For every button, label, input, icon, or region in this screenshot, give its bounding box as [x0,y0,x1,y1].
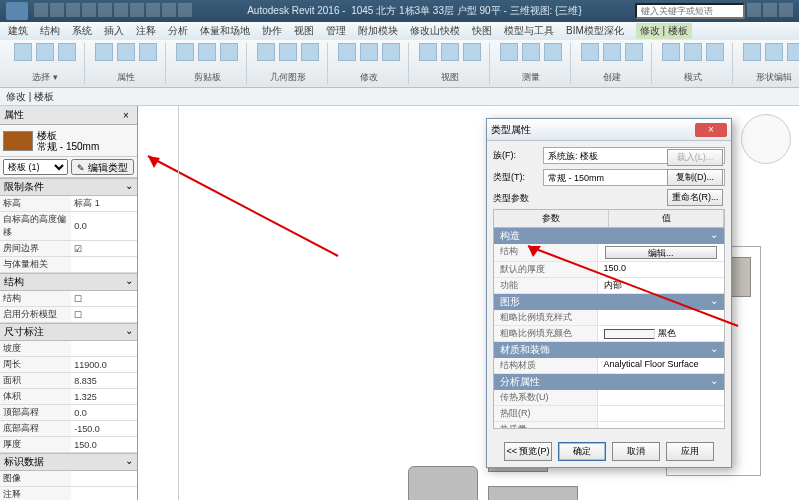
property-category[interactable]: 结构⌄ [0,273,137,291]
ribbon-tab[interactable]: 分析 [168,24,188,38]
ribbon-tab[interactable]: 系统 [72,24,92,38]
property-row[interactable]: 房间边界☑ [0,241,137,257]
ribbon-group[interactable]: 属性 [87,43,166,84]
instance-combo[interactable]: 楼板 (1) [3,159,68,175]
property-category[interactable]: 标识数据⌄ [0,453,137,471]
family-label: 族(F): [493,149,537,162]
ribbon-tab[interactable]: 模型与工具 [504,24,554,38]
type-select[interactable]: 常规 - 150mm [543,169,725,186]
property-category[interactable]: 尺寸标注⌄ [0,323,137,341]
cancel-button[interactable]: 取消 [612,442,660,461]
property-row[interactable]: 与体量相关 [0,257,137,273]
param-row[interactable]: 传热系数(U) [494,390,724,406]
properties-header: 属性 × [0,106,137,125]
ribbon-tab[interactable]: 修改 | 楼板 [636,23,692,39]
svg-marker-3 [528,246,541,257]
ribbon-group[interactable]: 创建 [573,43,652,84]
svg-line-2 [528,246,738,326]
annotation-arrow [508,206,768,346]
ribbon-group[interactable]: 模式 [654,43,733,84]
ribbon-group[interactable]: 剪贴板 [168,43,247,84]
property-row[interactable]: 底部高程-150.0 [0,421,137,437]
dialog-close-button[interactable]: × [695,123,727,137]
property-category[interactable]: 限制条件⌄ [0,178,137,196]
ribbon-tab[interactable]: 视图 [294,24,314,38]
property-row[interactable]: 标高标高 1 [0,196,137,212]
param-row[interactable]: 热质量 [494,422,724,429]
ok-button[interactable]: 确定 [558,442,606,461]
ribbon-group[interactable]: 选择 ▾ [6,43,85,84]
param-category[interactable]: 分析属性⌄ [494,374,724,390]
floorplan-kitchen [666,246,761,476]
ribbon-tab[interactable]: 插入 [104,24,124,38]
param-row[interactable]: 结构材质Analytical Floor Surface [494,358,724,374]
annotation-arrow [138,106,418,296]
type-label: 类型(T): [493,171,537,184]
ribbon-tab[interactable]: 建筑 [8,24,28,38]
ribbon-group[interactable]: 视图 [411,43,490,84]
edit-structure-button[interactable]: 编辑... [605,246,718,259]
param-category[interactable]: 构造⌄ [494,228,724,244]
property-row[interactable]: 周长11900.0 [0,357,137,373]
load-button: 载入(L)... [667,149,723,166]
ribbon-group[interactable]: 形状编辑 [735,43,799,84]
ribbon-tab[interactable]: BIM模型深化 [566,24,624,38]
ribbon-tabs[interactable]: 建筑结构系统插入注释分析体量和场地协作视图管理附加模块修改山快模快图模型与工具B… [0,22,799,40]
type-params-grid[interactable]: 参数值 构造⌄结构编辑...默认的厚度150.0功能内部图形⌄粗略比例填充样式粗… [493,209,725,429]
property-row[interactable]: 体积1.325 [0,389,137,405]
property-row[interactable]: 面积8.835 [0,373,137,389]
param-row[interactable]: 粗略比例填充样式 [494,310,724,326]
type-properties-dialog[interactable]: 类型属性 × 族(F): 系统族: 楼板 类型(T): 常规 - 150mm 载… [486,118,732,468]
property-row[interactable]: 厚度150.0 [0,437,137,453]
property-row[interactable]: 启用分析模型☐ [0,307,137,323]
param-category[interactable]: 材质和装饰⌄ [494,342,724,358]
window-title: Autodesk Revit 2016 - 1045 北方 1栋3单 33层 户… [194,4,635,18]
param-row[interactable]: 热阻(R) [494,406,724,422]
property-row[interactable]: 图像 [0,471,137,487]
properties-palette[interactable]: 属性 × 楼板常规 - 150mm 楼板 (1) ✎ 编辑类型 限制条件⌄标高标… [0,106,138,500]
property-row[interactable]: 结构☐ [0,291,137,307]
family-select[interactable]: 系统族: 楼板 [543,147,725,164]
apply-button[interactable]: 应用 [666,442,714,461]
preview-button[interactable]: << 预览(P) [504,442,552,461]
property-row[interactable]: 顶部高程0.0 [0,405,137,421]
navigation-wheel[interactable] [741,114,791,164]
rename-button[interactable]: 重命名(R)... [667,189,723,206]
type-selector[interactable]: 楼板常规 - 150mm [0,125,137,157]
context-subbar: 修改 | 楼板 [0,88,799,106]
ribbon-panel[interactable]: 选择 ▾属性剪贴板几何图形修改视图测量创建模式形状编辑 [0,40,799,88]
type-params-label: 类型参数 [493,192,725,205]
ribbon-tab[interactable]: 附加模块 [358,24,398,38]
close-icon[interactable]: × [123,110,133,120]
ribbon-tab[interactable]: 体量和场地 [200,24,250,38]
ribbon-tab[interactable]: 结构 [40,24,60,38]
quick-access-toolbar[interactable] [34,3,194,19]
ribbon-group[interactable]: 几何图形 [249,43,328,84]
property-row[interactable]: 坡度 [0,341,137,357]
param-row[interactable]: 默认的厚度150.0 [494,262,724,278]
ribbon-tab[interactable]: 注释 [136,24,156,38]
ribbon-tab[interactable]: 管理 [326,24,346,38]
window-titlebar: Autodesk Revit 2016 - 1045 北方 1栋3单 33层 户… [0,0,799,22]
param-row[interactable]: 结构编辑... [494,244,724,262]
ribbon-group[interactable]: 测量 [492,43,571,84]
ribbon-tab[interactable]: 快图 [472,24,492,38]
dialog-titlebar[interactable]: 类型属性 × [487,119,731,141]
ribbon-tab[interactable]: 协作 [262,24,282,38]
app-logo [6,2,28,20]
svg-line-0 [148,156,338,256]
property-row[interactable]: 自标高的高度偏移0.0 [0,212,137,241]
param-row[interactable]: 功能内部 [494,278,724,294]
help-search-input[interactable] [635,3,745,19]
edit-type-button[interactable]: ✎ 编辑类型 [71,159,134,175]
param-row[interactable]: 粗略比例填充颜色黑色 [494,326,724,342]
drawing-canvas[interactable]: 类型属性 × 族(F): 系统族: 楼板 类型(T): 常规 - 150mm 载… [138,106,799,500]
ribbon-group[interactable]: 修改 [330,43,409,84]
svg-marker-1 [148,156,160,168]
property-row[interactable]: 注释 [0,487,137,501]
type-swatch [3,131,33,151]
param-category[interactable]: 图形⌄ [494,294,724,310]
ribbon-tab[interactable]: 修改山快模 [410,24,460,38]
duplicate-button[interactable]: 复制(D)... [667,169,723,186]
window-controls[interactable] [745,3,793,19]
